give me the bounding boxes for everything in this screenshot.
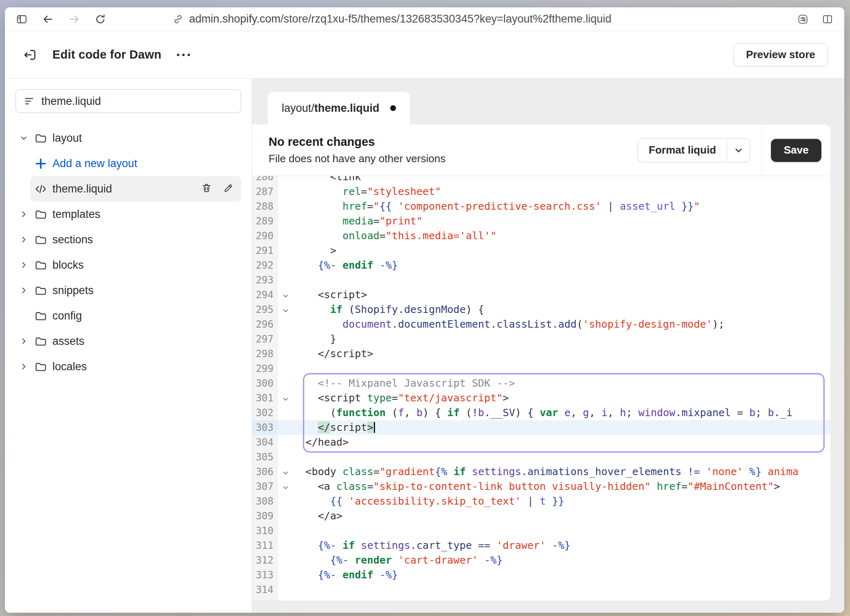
chevron-right-icon[interactable] bbox=[20, 209, 34, 219]
code-line[interactable]: 314 bbox=[252, 582, 830, 597]
line-number[interactable]: 301 bbox=[252, 391, 278, 405]
code-line[interactable]: 289 media="print" bbox=[252, 214, 830, 229]
fold-caret-icon[interactable] bbox=[278, 482, 293, 491]
code-line[interactable]: 299 bbox=[252, 361, 830, 376]
format-liquid-button[interactable]: Format liquid bbox=[638, 139, 727, 162]
line-number[interactable]: 305 bbox=[252, 450, 278, 464]
line-number[interactable]: 309 bbox=[252, 509, 278, 523]
code-line[interactable]: 293 bbox=[252, 273, 830, 288]
code-line[interactable]: 308 {{ 'accessibility.skip_to_text' | t … bbox=[252, 494, 830, 509]
code-line[interactable]: 297 } bbox=[252, 332, 830, 346]
line-number[interactable]: 311 bbox=[252, 538, 278, 553]
line-number[interactable]: 303 bbox=[252, 420, 278, 435]
fold-caret-icon[interactable] bbox=[278, 291, 293, 299]
save-button[interactable]: Save bbox=[771, 139, 821, 162]
tab-theme-liquid[interactable]: layout/theme.liquid bbox=[268, 92, 410, 125]
line-number[interactable]: 296 bbox=[252, 317, 278, 332]
code-line[interactable]: 302 (function (f, b) { if (!b.__SV) { va… bbox=[252, 405, 830, 420]
line-number[interactable]: 310 bbox=[252, 523, 278, 538]
code-line[interactable]: 311 {%- if settings.cart_type == 'drawer… bbox=[252, 538, 830, 553]
code-line[interactable]: 298 </script> bbox=[252, 346, 830, 361]
chevron-spacer bbox=[20, 311, 34, 321]
code-line[interactable]: 286 <link bbox=[252, 176, 830, 184]
browser-sidebar-toggle-icon[interactable] bbox=[16, 13, 28, 25]
fold-caret-icon[interactable] bbox=[278, 394, 293, 403]
line-number[interactable]: 295 bbox=[252, 302, 278, 317]
sidebar-item-label: assets bbox=[52, 335, 236, 348]
line-number[interactable]: 292 bbox=[252, 258, 278, 273]
sidebar-item-add-a-new-layout[interactable]: Add a new layout bbox=[30, 151, 241, 176]
line-number[interactable]: 307 bbox=[252, 479, 278, 494]
line-number[interactable]: 289 bbox=[252, 214, 278, 229]
sidebar-item-templates[interactable]: templates bbox=[16, 202, 241, 227]
code-line[interactable]: 292 {%- endif -%} bbox=[252, 258, 830, 273]
code-line[interactable]: 294 <script> bbox=[252, 288, 830, 302]
forward-icon[interactable] bbox=[68, 13, 80, 25]
line-number[interactable]: 312 bbox=[252, 553, 278, 568]
line-number[interactable]: 288 bbox=[252, 199, 278, 214]
sidebar-item-sections[interactable]: sections bbox=[16, 227, 241, 252]
chevron-right-icon[interactable] bbox=[20, 260, 34, 270]
more-actions-icon[interactable] bbox=[174, 48, 193, 62]
code-line[interactable]: 290 onload="this.media='all'" bbox=[252, 229, 830, 243]
line-number[interactable]: 286 bbox=[252, 176, 278, 184]
code-line[interactable]: 287 rel="stylesheet" bbox=[252, 184, 830, 199]
line-number[interactable]: 294 bbox=[252, 288, 278, 302]
format-options-chevron-down-icon[interactable] bbox=[727, 139, 750, 162]
line-number[interactable]: 293 bbox=[252, 273, 278, 288]
sidebar-item-blocks[interactable]: blocks bbox=[16, 252, 241, 278]
pencil-icon[interactable] bbox=[223, 183, 234, 195]
sidebar-item-layout[interactable]: layout bbox=[16, 125, 241, 151]
chevron-right-icon[interactable] bbox=[20, 336, 34, 346]
address-bar[interactable]: admin.shopify.com/store/rzq1xu-f5/themes… bbox=[173, 13, 789, 25]
split-view-icon[interactable] bbox=[821, 13, 834, 25]
line-number[interactable]: 299 bbox=[252, 361, 278, 376]
line-number[interactable]: 313 bbox=[252, 568, 278, 582]
line-number[interactable]: 304 bbox=[252, 435, 278, 450]
line-number[interactable]: 300 bbox=[252, 376, 278, 391]
line-number[interactable]: 297 bbox=[252, 332, 278, 346]
chevron-right-icon[interactable] bbox=[20, 362, 34, 371]
code-line[interactable]: 288 href="{{ 'component-predictive-searc… bbox=[252, 199, 830, 214]
sidebar-item-theme-liquid[interactable]: theme.liquid bbox=[30, 176, 241, 202]
chevron-right-icon[interactable] bbox=[20, 235, 34, 245]
chevron-right-icon[interactable] bbox=[20, 285, 34, 295]
line-number[interactable]: 302 bbox=[252, 405, 278, 420]
preview-store-button[interactable]: Preview store bbox=[733, 43, 828, 66]
code-editor[interactable]: 286 <link287 rel="stylesheet"288 href="{… bbox=[252, 176, 830, 600]
sidebar-item-locales[interactable]: locales bbox=[16, 354, 241, 379]
line-number[interactable]: 291 bbox=[252, 243, 278, 258]
sidebar-item-config[interactable]: config bbox=[16, 303, 241, 328]
line-number[interactable]: 290 bbox=[252, 229, 278, 243]
line-number[interactable]: 308 bbox=[252, 494, 278, 509]
code-line[interactable]: 304 </head> bbox=[252, 435, 830, 450]
code-line[interactable]: 301 <script type="text/javascript"> bbox=[252, 391, 830, 405]
code-line[interactable]: 310 bbox=[252, 523, 830, 538]
line-number[interactable]: 306 bbox=[252, 464, 278, 479]
back-icon[interactable] bbox=[42, 13, 54, 25]
file-search-input[interactable]: theme.liquid bbox=[16, 89, 241, 113]
code-line[interactable]: 307 <a class="skip-to-content-link butto… bbox=[252, 479, 830, 494]
code-line[interactable]: 312 {%- render 'cart-drawer' -%} bbox=[252, 553, 830, 568]
line-number[interactable]: 314 bbox=[252, 582, 278, 597]
code-line[interactable]: 300 <!-- Mixpanel Javascript SDK --> bbox=[252, 376, 830, 391]
code-line[interactable]: 305 bbox=[252, 450, 830, 464]
code-line[interactable]: 313 {%- endif -%} bbox=[252, 568, 830, 582]
code-line[interactable]: 296 document.documentElement.classList.a… bbox=[252, 317, 830, 332]
exit-icon[interactable] bbox=[21, 46, 38, 63]
reload-icon[interactable] bbox=[94, 13, 106, 25]
sidebar-item-snippets[interactable]: snippets bbox=[16, 278, 241, 303]
code-line[interactable]: 295 if (Shopify.designMode) { bbox=[252, 302, 830, 317]
code-line[interactable]: 306 <body class="gradient{% if settings.… bbox=[252, 464, 830, 479]
sidebar-item-assets[interactable]: assets bbox=[16, 328, 241, 354]
code-line[interactable]: 291 > bbox=[252, 243, 830, 258]
chevron-down-icon[interactable] bbox=[20, 133, 34, 143]
line-number[interactable]: 298 bbox=[252, 346, 278, 361]
browser-extensions-icon[interactable] bbox=[797, 13, 809, 25]
code-line[interactable]: 303 </script> bbox=[252, 420, 830, 435]
code-line[interactable]: 309 </a> bbox=[252, 509, 830, 523]
line-number[interactable]: 287 bbox=[252, 184, 278, 199]
fold-caret-icon[interactable] bbox=[278, 306, 293, 314]
trash-icon[interactable] bbox=[201, 183, 212, 195]
fold-caret-icon[interactable] bbox=[278, 468, 293, 476]
